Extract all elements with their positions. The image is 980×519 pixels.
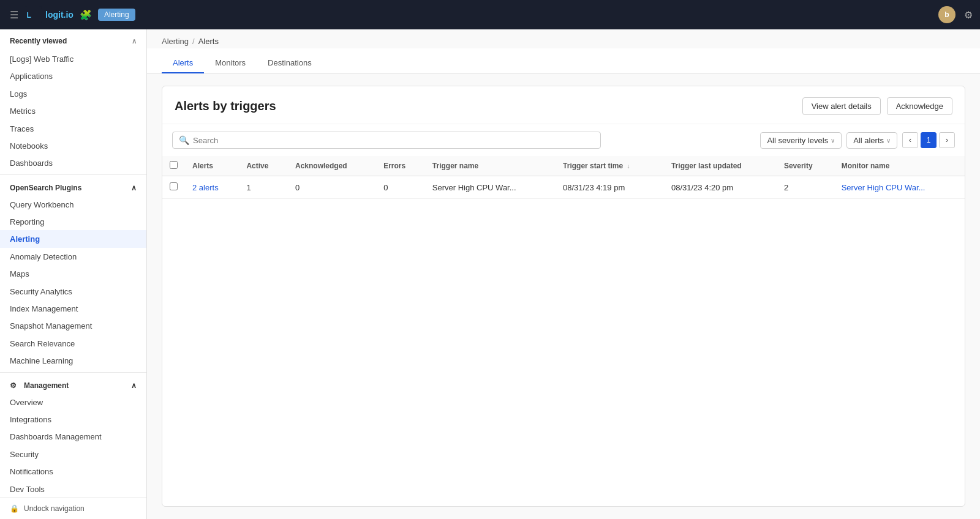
row-acknowledged-cell: 0: [288, 176, 376, 199]
content: Alerting / Alerts Alerts Monitors Destin…: [147, 29, 980, 519]
search-icon: 🔍: [179, 135, 189, 145]
row-trigger-name-cell: Server High CPU War...: [425, 176, 556, 199]
th-monitor-name: Monitor name: [834, 156, 965, 176]
row-active-cell: 1: [239, 176, 288, 199]
row-monitor-link[interactable]: Server High CPU War...: [842, 183, 925, 192]
page-1-button[interactable]: 1: [921, 132, 937, 148]
sidebar-item-machine-learning[interactable]: Machine Learning: [0, 352, 146, 369]
th-alerts[interactable]: Alerts: [185, 156, 239, 176]
opensearch-plugins-chevron: ∧: [131, 184, 137, 192]
sidebar-item-logs[interactable]: Logs: [0, 85, 146, 102]
sidebar-item-dashboards[interactable]: Dashboards: [0, 154, 146, 171]
svg-text:L: L: [27, 11, 32, 20]
sidebar-item-maps[interactable]: Maps: [0, 265, 146, 282]
breadcrumb: Alerting / Alerts: [147, 29, 980, 46]
main-layout: Recently viewed ∧ [Logs] Web Traffic App…: [0, 29, 980, 519]
sidebar-item-security-analytics[interactable]: Security Analytics: [0, 283, 146, 300]
sidebar-item-logs-web-traffic[interactable]: [Logs] Web Traffic: [0, 50, 146, 67]
sidebar-item-integrations[interactable]: Integrations: [0, 411, 146, 428]
sidebar-item-dashboards-management[interactable]: Dashboards Management: [0, 428, 146, 445]
alerting-badge[interactable]: Alerting: [98, 9, 135, 21]
acknowledge-button[interactable]: Acknowledge: [887, 97, 952, 115]
lock-icon: 🔒: [10, 504, 19, 513]
management-gear-icon: ⚙: [10, 381, 17, 390]
sidebar-item-security[interactable]: Security: [0, 446, 146, 463]
management-chevron: ∧: [131, 381, 137, 390]
sidebar-item-snapshot-management[interactable]: Snapshot Management: [0, 317, 146, 334]
sidebar-item-index-management[interactable]: Index Management: [0, 300, 146, 317]
sidebar-item-notebooks[interactable]: Notebooks: [0, 137, 146, 154]
severity-filter-label: All severity levels: [767, 136, 828, 145]
th-trigger-last-updated: Trigger last updated: [664, 156, 777, 176]
alerts-panel-actions: View alert details Acknowledge: [802, 97, 952, 115]
sidebar-item-overview[interactable]: Overview: [0, 394, 146, 411]
sidebar-divider-2: [0, 372, 146, 373]
sidebar-item-reporting[interactable]: Reporting: [0, 213, 146, 230]
sidebar: Recently viewed ∧ [Logs] Web Traffic App…: [0, 29, 147, 519]
breadcrumb-current: Alerts: [198, 37, 219, 46]
breadcrumb-separator: /: [192, 37, 195, 46]
management-header[interactable]: ⚙ Management ∧: [0, 375, 146, 394]
topbar: ☰ L logit.io 🧩 Alerting b ⚙: [0, 0, 980, 29]
pagination: ‹ 1 ›: [902, 132, 955, 148]
recently-viewed-header[interactable]: Recently viewed ∧: [0, 29, 146, 50]
opensearch-plugins-header[interactable]: OpenSearch Plugins ∧: [0, 177, 146, 196]
filter-group: All severity levels ∨ All alerts ∨ ‹ 1 ›: [760, 132, 955, 149]
table-header-row: Alerts Active Acknowledged Errors Trigge…: [162, 156, 965, 176]
row-alerts-link[interactable]: 2 alerts: [192, 183, 219, 192]
th-severity: Severity: [777, 156, 834, 176]
alerts-panel: Alerts by triggers View alert details Ac…: [162, 86, 965, 507]
sidebar-item-anomaly-detection[interactable]: Anomaly Detection: [0, 248, 146, 265]
logo-text: logit.io: [45, 10, 74, 20]
avatar[interactable]: b: [938, 6, 956, 23]
alerts-chevron-icon: ∨: [886, 137, 891, 144]
settings-icon[interactable]: ⚙: [964, 9, 973, 21]
th-active: Active: [239, 156, 288, 176]
row-monitor-name-cell: Server High CPU War...: [834, 176, 965, 199]
next-page-button[interactable]: ›: [939, 132, 955, 148]
table-row: 2 alerts 1 0 0 Server High CPU War... 08…: [162, 176, 965, 199]
sidebar-item-query-workbench[interactable]: Query Workbench: [0, 196, 146, 213]
recently-viewed-chevron: ∧: [132, 37, 137, 45]
table-wrapper: Alerts Active Acknowledged Errors Trigge…: [162, 156, 965, 506]
severity-filter[interactable]: All severity levels ∨: [760, 132, 842, 149]
prev-page-button[interactable]: ‹: [902, 132, 918, 148]
search-input[interactable]: [193, 136, 594, 145]
management-label: Management: [24, 381, 69, 390]
recently-viewed-label: Recently viewed: [10, 37, 67, 45]
severity-chevron-icon: ∨: [831, 137, 835, 144]
sidebar-item-traces[interactable]: Traces: [0, 120, 146, 137]
tab-alerts[interactable]: Alerts: [162, 53, 204, 73]
sidebar-item-metrics[interactable]: Metrics: [0, 102, 146, 119]
select-all-checkbox[interactable]: [170, 161, 178, 169]
menu-icon[interactable]: ☰: [10, 9, 18, 21]
th-trigger-start-time[interactable]: Trigger start time ↓: [556, 156, 664, 176]
sort-icon: ↓: [627, 163, 630, 170]
sidebar-item-applications[interactable]: Applications: [0, 67, 146, 84]
tabs-bar: Alerts Monitors Destinations: [147, 48, 980, 73]
th-errors: Errors: [376, 156, 425, 176]
row-checkbox[interactable]: [170, 182, 178, 190]
alerts-panel-title: Alerts by triggers: [175, 99, 276, 113]
row-severity-cell: 2: [777, 176, 834, 199]
row-alerts-cell: 2 alerts: [185, 176, 239, 199]
sidebar-item-dev-tools[interactable]: Dev Tools: [0, 480, 146, 498]
sidebar-item-search-relevance[interactable]: Search Relevance: [0, 335, 146, 352]
breadcrumb-parent[interactable]: Alerting: [162, 37, 189, 46]
sidebar-divider-1: [0, 174, 146, 175]
sidebar-item-notifications[interactable]: Notifications: [0, 463, 146, 480]
alerts-filter[interactable]: All alerts ∨: [846, 132, 897, 149]
logo: L logit.io: [24, 6, 74, 23]
sidebar-item-alerting[interactable]: Alerting: [0, 230, 146, 247]
view-alert-details-button[interactable]: View alert details: [802, 97, 881, 115]
tab-destinations[interactable]: Destinations: [257, 53, 323, 73]
puzzle-icon[interactable]: 🧩: [80, 9, 92, 21]
alerts-panel-header: Alerts by triggers View alert details Ac…: [162, 86, 965, 124]
alerts-table: Alerts Active Acknowledged Errors Trigge…: [162, 156, 965, 199]
th-checkbox: [162, 156, 185, 176]
undock-navigation[interactable]: 🔒 Undock navigation: [0, 498, 146, 519]
search-box: 🔍: [172, 132, 601, 149]
row-trigger-last-updated-cell: 08/31/23 4:20 pm: [664, 176, 777, 199]
th-acknowledged: Acknowledged: [288, 156, 376, 176]
tab-monitors[interactable]: Monitors: [204, 53, 257, 73]
